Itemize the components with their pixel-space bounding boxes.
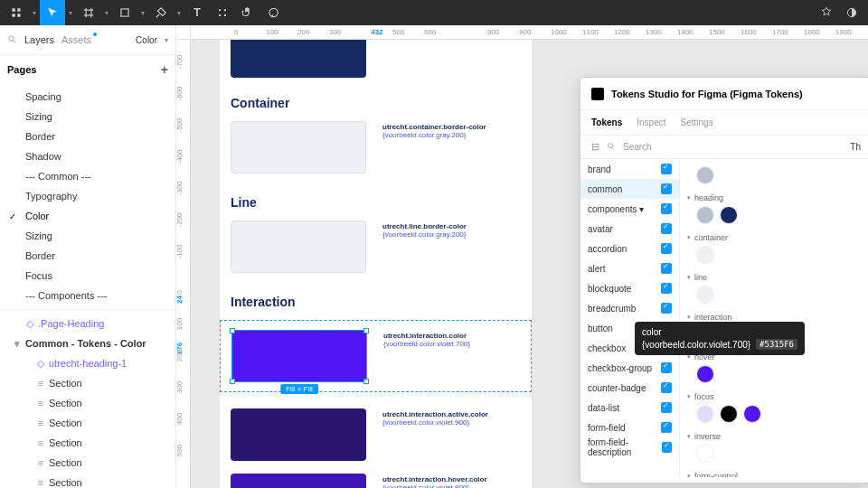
layer-section[interactable]: ≡Section [0, 473, 175, 488]
menu-button[interactable] [4, 0, 29, 25]
color-swatch[interactable] [696, 286, 714, 304]
checkbox[interactable] [662, 442, 672, 453]
color-swatch[interactable] [720, 405, 738, 423]
frame-tool[interactable] [76, 0, 101, 25]
color-swatch[interactable] [696, 445, 714, 463]
swatch-interaction-active[interactable] [231, 408, 366, 461]
tab-layers[interactable]: Layers [24, 34, 54, 45]
frame-caret[interactable]: ▾ [101, 9, 112, 17]
checkbox[interactable] [661, 203, 672, 214]
page-item[interactable]: Focus [0, 266, 175, 286]
color-swatch[interactable] [696, 206, 714, 224]
checkbox[interactable] [661, 183, 672, 194]
comment-tool[interactable] [260, 0, 286, 25]
category-header[interactable]: ▾heading [687, 193, 864, 202]
token-group-item[interactable]: common [580, 179, 679, 199]
token-group-item[interactable]: alert [580, 258, 679, 278]
search-icon[interactable] [7, 34, 17, 46]
checkbox[interactable] [661, 283, 672, 294]
token-group-item[interactable]: blockquote [580, 278, 679, 298]
layer-section[interactable]: ≡Section [0, 433, 175, 453]
selection-bounds[interactable]: Fill × Fill utrecht.interaction.color {v… [220, 320, 532, 392]
swatch-container[interactable] [231, 121, 366, 174]
add-page-button[interactable]: + [161, 62, 168, 77]
color-swatch[interactable] [743, 405, 761, 423]
token-group-item[interactable]: brand [580, 159, 679, 179]
selection-handle[interactable] [363, 328, 369, 333]
checkbox[interactable] [661, 243, 672, 254]
checkbox[interactable] [661, 223, 672, 234]
token-group-item[interactable]: counter-badge [580, 378, 679, 398]
shape-tool[interactable] [112, 0, 137, 25]
color-swatch[interactable] [720, 206, 738, 224]
swatch-interaction-selected[interactable]: Fill × Fill [231, 330, 367, 382]
tab-assets[interactable]: Assets [61, 34, 91, 45]
layer-instance[interactable]: ◇ utrecht-heading-1 [0, 353, 175, 373]
checkbox[interactable] [661, 303, 672, 314]
layer-frame-root[interactable]: ▾ Common - Tokens - Color [0, 333, 175, 353]
pen-caret[interactable]: ▾ [174, 9, 184, 17]
category-header[interactable]: ▾container [687, 233, 864, 242]
checkbox[interactable] [661, 362, 672, 373]
menu-caret[interactable]: ▾ [29, 9, 40, 17]
page-dropdown[interactable]: Color [136, 35, 157, 45]
token-group-item[interactable]: avatar [580, 219, 679, 239]
token-group-item[interactable]: form-field-description [580, 437, 679, 457]
color-swatch[interactable] [696, 405, 714, 423]
resources-tool[interactable] [210, 0, 235, 25]
page-item[interactable]: Border [0, 246, 175, 266]
chevron-down-icon[interactable]: ▾ [165, 36, 168, 44]
color-swatch[interactable] [696, 166, 714, 184]
plugin-panel[interactable]: Tokens Studio for Figma (Figma Tokens) T… [580, 77, 868, 483]
devmode-icon[interactable] [814, 0, 839, 25]
checkbox[interactable] [661, 263, 672, 274]
layer-component-heading[interactable]: ◇ .Page-Heading [0, 314, 175, 333]
collapse-icon[interactable]: ⊟ [591, 141, 599, 153]
page-item[interactable]: --- Common --- [0, 166, 175, 186]
layer-section[interactable]: ≡Section [0, 393, 175, 413]
layer-section[interactable]: ≡Section [0, 373, 175, 393]
token-group-item[interactable]: accordion [580, 239, 679, 258]
checkbox[interactable] [661, 164, 672, 174]
page-item[interactable]: Sizing [0, 226, 175, 246]
swatch-interaction-hover[interactable] [231, 474, 366, 488]
token-group-item[interactable]: breadcrumb [580, 298, 679, 318]
search-input[interactable]: Search [623, 142, 843, 152]
checkbox[interactable] [661, 382, 672, 393]
page-item[interactable]: Color [0, 206, 175, 226]
shape-caret[interactable]: ▾ [137, 9, 148, 17]
page-item[interactable]: Typography [0, 186, 175, 206]
pen-tool[interactable] [148, 0, 174, 25]
move-caret[interactable]: ▾ [65, 9, 76, 17]
category-header[interactable]: ▾inverse [687, 432, 864, 441]
checkbox[interactable] [661, 402, 672, 413]
swatch-line[interactable] [231, 221, 366, 273]
text-tool[interactable]: T [184, 0, 210, 25]
selection-handle[interactable] [230, 328, 235, 333]
color-swatch[interactable] [696, 365, 714, 383]
tab-tokens[interactable]: Tokens [591, 117, 622, 127]
search-icon[interactable] [607, 142, 616, 153]
tab-settings[interactable]: Settings [681, 117, 713, 127]
category-header[interactable]: ▾line [687, 273, 864, 282]
tab-inspect[interactable]: Inspect [637, 117, 665, 127]
design-frame[interactable]: Container utrecht.container.border-color… [220, 40, 532, 488]
token-group-item[interactable]: checkbox-group [580, 358, 679, 378]
token-group-item[interactable]: form-field [580, 418, 679, 437]
page-item[interactable]: Shadow [0, 146, 175, 166]
category-header[interactable]: ▾interaction [687, 313, 864, 322]
darkmode-icon[interactable] [839, 0, 864, 25]
token-group-item[interactable]: components ▾ [580, 199, 679, 219]
layer-section[interactable]: ≡Section [0, 413, 175, 433]
selection-handle[interactable] [363, 379, 369, 384]
checkbox[interactable] [661, 422, 672, 433]
hand-tool[interactable] [235, 0, 260, 25]
token-group-item[interactable]: data-list [580, 398, 679, 418]
selection-handle[interactable] [230, 379, 235, 384]
page-item[interactable]: --- Components --- [0, 286, 175, 305]
move-tool[interactable] [40, 0, 65, 25]
category-header[interactable]: ▾focus [687, 392, 864, 401]
category-header[interactable]: ▾form-control [687, 472, 864, 477]
page-item[interactable]: Border [0, 127, 175, 146]
plugin-title-bar[interactable]: Tokens Studio for Figma (Figma Tokens) [580, 78, 868, 110]
